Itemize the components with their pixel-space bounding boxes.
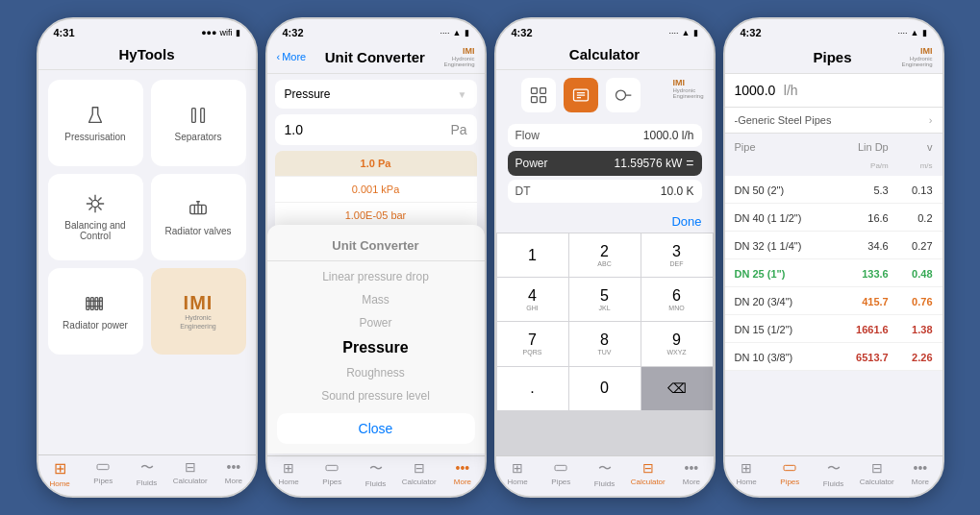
power-right: 11.59576 kW =	[615, 156, 694, 171]
key-8[interactable]: 8 TUV	[569, 322, 641, 365]
picker-item-1[interactable]: Mass	[267, 288, 485, 311]
calc-mode-1[interactable]	[521, 78, 556, 112]
picker-item-0[interactable]: Linear pressure drop	[267, 265, 485, 288]
picker-title: Unit Converter	[267, 234, 485, 257]
tab-calculator-1[interactable]: ⊟ Calculator	[168, 459, 212, 488]
pipe-name-3: DN 25 (1")	[735, 268, 786, 280]
pipes-chevron-icon: ›	[929, 114, 933, 126]
key-sub-2: ABC	[597, 260, 611, 267]
picker-item-3[interactable]: Pressure	[267, 334, 485, 361]
svg-line-10	[88, 207, 91, 209]
grid-item-radiator-power[interactable]: Radiator power	[48, 268, 143, 355]
tab-more-3[interactable]: ••• More	[669, 460, 713, 488]
key-main-5: 5	[600, 287, 609, 305]
tab-more-4[interactable]: ••• More	[898, 460, 942, 488]
pipe-row-5[interactable]: DN 15 (1/2") 1661.6 1.38	[725, 315, 942, 343]
tab-home-2[interactable]: ⊞ Home	[267, 460, 311, 488]
picker-close-button[interactable]: Close	[277, 413, 475, 444]
calc-row-dt[interactable]: DT 10.0 K	[508, 180, 702, 203]
phone-calculator: 4:32 ···· ▲ ▮ Calculator	[494, 17, 716, 498]
v-header-unit: m/s	[920, 161, 933, 170]
valve-icon	[85, 193, 106, 214]
tab-more-1[interactable]: ••• More	[212, 459, 255, 488]
tab-fluids-1[interactable]: 〜 Fluids	[125, 459, 168, 488]
calc-mode-2[interactable]	[564, 78, 598, 112]
calc-icon-3: ⊟	[642, 460, 654, 476]
input-row[interactable]: 1.0 Pa	[275, 114, 477, 145]
calc-row-flow[interactable]: Flow 1000.0 l/h	[508, 124, 702, 147]
signal-icon-3: ····	[669, 28, 679, 37]
grid-item-radiator-valves[interactable]: Radiator valves	[151, 174, 246, 260]
svg-rect-28	[540, 97, 546, 103]
picker-item-5[interactable]: Sound pressure level	[267, 384, 485, 407]
key-9[interactable]: 9 WXYZ	[641, 322, 713, 365]
pipes-generic-row[interactable]: -Generic Steel Pipes ›	[725, 108, 942, 134]
grid-item-separators[interactable]: Separators	[151, 80, 246, 166]
grid-item-balancing[interactable]: Balancing and Control	[48, 174, 143, 260]
key-2[interactable]: 2 ABC	[569, 233, 641, 277]
wifi-icon-2: ▲	[453, 28, 462, 37]
pipe-row-0[interactable]: DN 50 (2") 5.3 0.13	[725, 176, 942, 204]
tab-more-2[interactable]: ••• More	[440, 460, 484, 488]
tab-pipes-4[interactable]: Pipes	[768, 460, 812, 488]
grid-item-imi[interactable]: IMI HydronicEngineering	[151, 268, 246, 355]
done-button[interactable]: Done	[671, 214, 701, 229]
pipes-table-header: Pipe Lin Dp Pa/m v m/s	[725, 134, 942, 176]
tab-fluids-3[interactable]: 〜 Fluids	[583, 460, 626, 488]
tab-pipes-1[interactable]: Pipes	[82, 459, 125, 488]
picker-item-4[interactable]: Roughness	[267, 361, 485, 384]
tab-pipes-3[interactable]: Pipes	[540, 460, 583, 488]
phones-container: 4:31 ●●● wifi ▮ HyTools Pressurisation	[27, 8, 954, 507]
imi-text-2: IMI	[443, 46, 474, 56]
key-dot[interactable]: .	[497, 367, 568, 410]
tab-calculator-2[interactable]: ⊟ Calculator	[397, 460, 440, 488]
key-5[interactable]: 5 JKL	[569, 278, 641, 321]
pipe-row-4[interactable]: DN 20 (3/4") 415.7 0.76	[725, 287, 942, 315]
tab-calculator-4[interactable]: ⊟ Calculator	[855, 460, 898, 488]
result-item-1[interactable]: 0.001 kPa	[275, 177, 477, 203]
key-0[interactable]: 0	[569, 367, 641, 410]
back-chevron-icon: ‹	[277, 51, 281, 62]
tab-fluids-4[interactable]: 〜 Fluids	[812, 460, 855, 488]
mode1-icon	[529, 86, 548, 105]
key-dot-label: .	[530, 380, 534, 397]
tab-home-label-3: Home	[507, 478, 527, 486]
tab-home-1[interactable]: ⊞ Home	[38, 459, 82, 488]
phone-converter: 4:32 ···· ▲ ▮ ‹ More Unit Converter IMI …	[265, 17, 487, 498]
pipe-row-6[interactable]: DN 10 (3/8") 6513.7 2.26	[725, 343, 942, 371]
key-1[interactable]: 1	[497, 233, 568, 277]
battery-icon-4: ▮	[922, 28, 927, 37]
key-6[interactable]: 6 MNO	[641, 278, 713, 321]
key-4[interactable]: 4 GHI	[497, 278, 568, 321]
pipe-row-2[interactable]: DN 32 (1 1/4") 34.6 0.27	[725, 232, 942, 259]
result-item-0[interactable]: 1.0 Pa	[275, 151, 477, 177]
home-icon-3: ⊞	[512, 460, 523, 476]
picker-item-2[interactable]: Power	[267, 311, 485, 334]
tab-home-4[interactable]: ⊞ Home	[725, 460, 768, 488]
back-button[interactable]: ‹ More	[277, 51, 307, 62]
tab-pipes-label-4: Pipes	[780, 478, 799, 486]
tab-fluids-label-1: Fluids	[137, 478, 157, 487]
svg-rect-24	[326, 465, 338, 470]
category-row[interactable]: Pressure ▼	[275, 80, 477, 109]
pipes-flow-display: 1000.0 l/h	[735, 82, 798, 99]
time-1: 4:31	[54, 27, 75, 38]
key-7[interactable]: 7 PQRS	[497, 322, 568, 365]
key-3[interactable]: 3 DEF	[641, 233, 713, 277]
tab-calc-label-4: Calculator	[860, 478, 894, 486]
equals-icon: =	[686, 156, 693, 171]
grid-item-pressurisation[interactable]: Pressurisation	[48, 80, 143, 166]
pipe-row-1[interactable]: DN 40 (1 1/2") 16.6 0.2	[725, 204, 942, 232]
calc-mode-3[interactable]	[606, 78, 641, 112]
tab-home-3[interactable]: ⊞ Home	[496, 460, 540, 488]
tab-calculator-3[interactable]: ⊟ Calculator	[626, 460, 669, 488]
tab-fluids-2[interactable]: 〜 Fluids	[354, 460, 397, 488]
tab-more-label-4: More	[912, 478, 929, 486]
key-backspace[interactable]: ⌫	[641, 367, 713, 410]
pipe-row-3[interactable]: DN 25 (1") 133.6 0.48	[725, 259, 942, 287]
tab-pipes-2[interactable]: Pipes	[311, 460, 354, 488]
calc-row-power[interactable]: Power 11.59576 kW =	[508, 151, 702, 176]
dp-header-unit: Pa/m	[870, 161, 889, 170]
time-3: 4:32	[512, 27, 533, 38]
key-main-4: 4	[528, 287, 537, 305]
